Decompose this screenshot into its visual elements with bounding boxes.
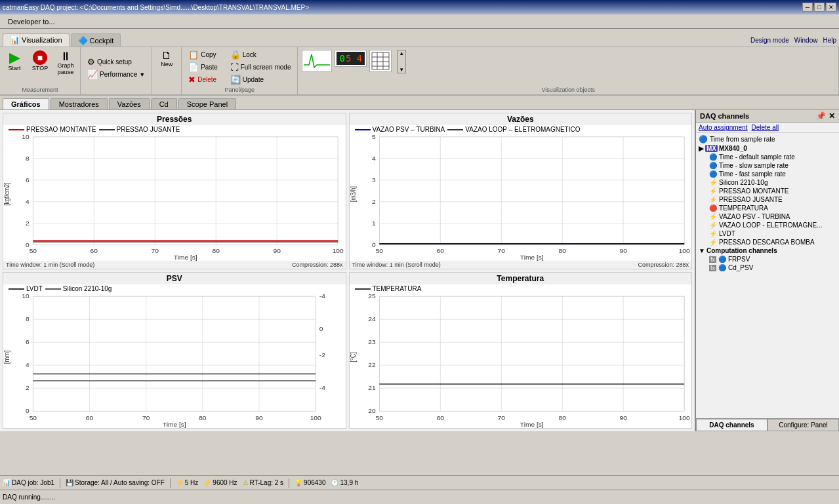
daq-icon-silicon: ⚡ [709,179,717,186]
design-mode-btn[interactable]: Design mode [750,37,789,44]
chart-temperatura-body[interactable]: 25 24 23 22 21 20 50 60 70 80 90 100 Tim… [350,293,692,428]
paste-button[interactable]: 📄 Paste [184,61,222,73]
new-button[interactable]: 🗋 New [155,48,178,69]
svg-text:8: 8 [26,155,30,161]
daq-item-pressao-jusante[interactable]: ⚡ PRESSAO JUSANTE [708,195,838,204]
daq-group-computation[interactable]: ▼ Computation channels [697,246,838,255]
viz-tab-label: Visualization [22,36,62,44]
svg-text:70: 70 [497,248,504,254]
legend-line-silicon [45,288,61,290]
daq-item-lvdt[interactable]: ⚡ LVDT [708,229,838,238]
chart-pressoes-body[interactable]: 10 8 6 4 2 0 50 60 70 80 90 100 [3,134,346,261]
daq-item-temperatura[interactable]: 🔴 TEMPERATURA [708,204,838,212]
svg-text:80: 80 [199,414,207,421]
daq-item-time-sample[interactable]: 🔵 Time from sample rate [697,134,838,144]
daq-panel-toolbar: Auto assignment Delete all [696,123,839,133]
daq-job-label: DAQ job: Job1 [12,479,54,486]
daq-item-time-default[interactable]: 🔵 Time - default sample rate [708,153,838,161]
window-controls[interactable]: ─ □ ✕ [802,3,836,12]
svg-text:100: 100 [678,414,690,421]
tab-mostradores[interactable]: Mostradores [51,98,108,109]
daq-mx840-children: 🔵 Time - default sample rate 🔵 Time - sl… [708,153,838,246]
minimize-button[interactable]: ─ [802,3,813,12]
help-btn[interactable]: Help [823,37,836,44]
delete-all-link[interactable]: Delete all [752,124,779,131]
stop-button[interactable]: ■ STOP [28,48,52,73]
update-button[interactable]: 🔄 Update [226,73,295,85]
daq-collapse-mx840[interactable]: ▶ [699,145,704,152]
cockpit-tab[interactable]: 🔷 Cockpit [71,33,121,47]
daq-item-silicon[interactable]: ⚡ Silicon 2210-10g [708,178,838,187]
viz-objects-group: 05 4 ▲ ▼ Visualization objects [298,47,839,94]
rt-lag-status: ⚠ RT-Lag: 2 s [243,479,284,486]
legend-line-montante [9,129,24,130]
daq-footer-tab-channels[interactable]: DAQ channels [696,419,767,431]
svg-text:100: 100 [678,248,689,254]
svg-text:Time [s]: Time [s] [163,421,186,427]
daq-item-cd-psv[interactable]: fx 🔵 Cd_PSV [708,263,838,272]
viz-tab[interactable]: 📊 Visualization [3,33,70,47]
close-button[interactable]: ✕ [826,3,836,12]
daq-close-icon[interactable]: ✕ [829,111,835,121]
tab-scope[interactable]: Scope Panel [178,98,236,109]
daq-icon-pressao-descarga: ⚡ [709,239,717,246]
svg-text:70: 70 [142,414,150,421]
daq-icon-time-sample: 🔵 [699,135,708,144]
maximize-button[interactable]: □ [814,3,825,12]
svg-text:90: 90 [274,248,281,254]
lock-button[interactable]: 🔒 Lock [226,48,295,60]
bottom-bar: DAQ running........ [0,490,839,504]
svg-text:3: 3 [372,176,376,183]
daq-item-frpsv[interactable]: fx 🔵 FRPSV [708,255,838,263]
status-bar: 📊 DAQ job: Job1 💾 Storage: All / Auto sa… [0,475,839,490]
window-menu-btn[interactable]: Window [794,37,818,44]
chart-vazoes-body[interactable]: 5 4 3 2 1 0 50 60 70 80 90 100 Time [s] … [350,134,692,261]
daq-item-vazao-psv[interactable]: ⚡ VAZAO PSV - TURBINA [708,212,838,221]
delete-button[interactable]: ✖ Delete [184,73,222,85]
start-button[interactable]: ▶ Start [3,48,26,73]
svg-text:50: 50 [30,248,37,254]
svg-text:60: 60 [86,414,94,421]
title-bar: catmanEasy DAQ project: <C:\Documents an… [0,0,839,14]
svg-text:10: 10 [22,293,30,300]
svg-text:22: 22 [368,362,375,368]
daq-icon-time-slow: 🔵 [709,162,717,169]
daq-item-pressao-descarga[interactable]: ⚡ PRESSAO DESCARGA BOMBA [708,238,838,246]
svg-text:100: 100 [310,414,322,421]
daq-item-time-fast[interactable]: 🔵 Time - fast sample rate [708,170,838,178]
auto-assignment-link[interactable]: Auto assignment [699,124,748,131]
daq-channels-panel: DAQ channels 📌 ✕ Auto assignment Delete … [695,110,839,431]
graph-pause-button[interactable]: ⏸ Graph pause [54,48,77,77]
daq-item-vazao-loop[interactable]: ⚡ VAZAO LOOP - ELETROMAGNE... [708,221,838,229]
digit-viz-button[interactable]: 05 4 [335,50,367,67]
tab-vazoes[interactable]: Vazões [109,98,150,109]
table-viz-button[interactable] [369,50,392,72]
setup-group: ⚙ Quick setup 📈 Performance ▼ [81,47,152,94]
legend-line-psv [355,129,371,130]
svg-text:60: 60 [436,248,443,254]
svg-text:24: 24 [368,316,376,322]
viz-scrollbar[interactable]: ▲ ▼ [397,50,406,73]
chart-psv-body[interactable]: 10 8 6 4 2 0 -4 0 -2 -4 50 60 70 [3,293,346,428]
copy-button[interactable]: 📋 Copy [184,48,222,60]
tab-graficos[interactable]: Gráficos [3,98,49,109]
fullscreen-button[interactable]: ⛶ Full screen mode [226,61,295,73]
daq-item-pressao-montante[interactable]: ⚡ PRESSAO MONTANTE [708,187,838,195]
daq-group-mx840[interactable]: ▶ MX MX840_0 [697,144,838,153]
daq-collapse-computation[interactable]: ▼ [699,247,705,254]
developer-menu[interactable]: Developer to... [3,16,60,27]
chart-vazoes-footer: Time window: 1 min (Scroll mode) Compres… [350,261,692,269]
daq-pin-icon[interactable]: 📌 [816,111,826,121]
daq-icon-lvdt: ⚡ [709,230,717,237]
daq-footer-tab-configure[interactable]: Configure: Panel [767,419,839,431]
daq-item-time-slow[interactable]: 🔵 Time - slow sample rate [708,161,838,170]
quick-setup-button[interactable]: ⚙ Quick setup [83,56,136,68]
daq-icon-pressao-montante: ⚡ [709,187,717,195]
chart-temperatura-legend: TEMPERATURA [350,284,692,293]
wave-viz-button[interactable] [302,50,332,72]
legend-item-jusante: PRESSAO JUSANTE [99,126,180,133]
chart-temperatura: Temperatura TEMPERATURA [349,272,693,429]
tab-cd[interactable]: Cd [151,98,177,109]
performance-button[interactable]: 📈 Performance ▼ [83,69,149,81]
daq-icon-frpsv: fx [709,256,716,263]
